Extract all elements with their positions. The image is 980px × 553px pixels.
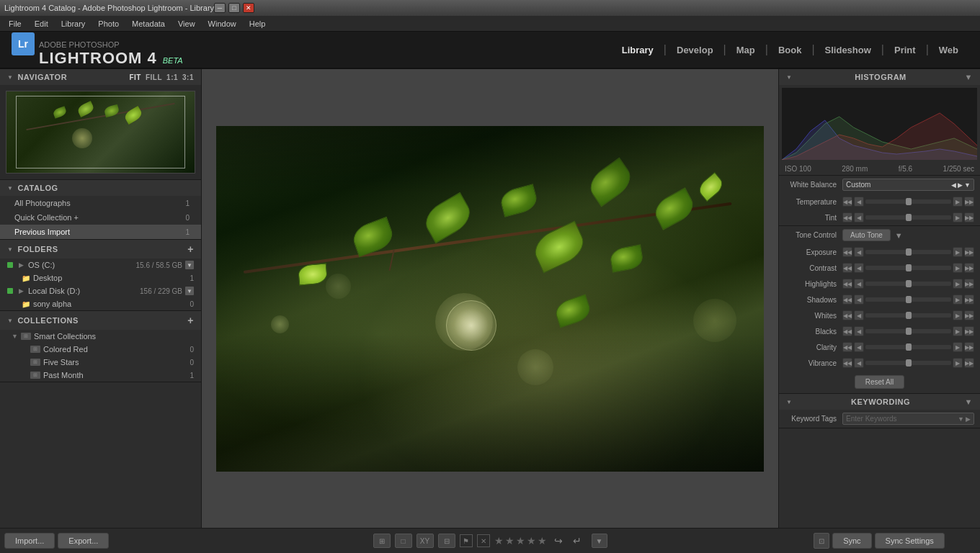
star-4[interactable]: ★ [527, 535, 536, 547]
star-3[interactable]: ★ [516, 535, 525, 547]
highlights-slider[interactable] [865, 282, 951, 286]
vibrance-inc[interactable]: ▶ [953, 358, 963, 368]
flag-btn[interactable]: ⚑ [460, 534, 473, 547]
collection-five-stars[interactable]: ⊞ Five Stars 0 [0, 356, 201, 369]
shadows-inc[interactable]: ▶ [953, 295, 963, 305]
compare-view-btn[interactable]: XY [416, 534, 434, 548]
import-button[interactable]: Import... [4, 533, 55, 549]
histogram-header[interactable]: ▼ Histogram ▼ [779, 69, 980, 85]
vibrance-dec[interactable]: ◀ [854, 358, 864, 368]
temp-increment[interactable]: ▶▶ [964, 197, 974, 207]
folder-sony-alpha[interactable]: 📁 sony alpha 0 [0, 297, 201, 310]
temp-decrement[interactable]: ◀◀ [842, 197, 852, 207]
highlights-increment[interactable]: ▶▶ [964, 279, 974, 289]
folder-c-dropdown[interactable]: ▼ [185, 261, 194, 269]
nav-3to1-btn[interactable]: 3:1 [182, 73, 194, 81]
menu-library[interactable]: Library [55, 18, 92, 30]
temp-dec[interactable]: ◀ [854, 197, 864, 207]
collection-past-month[interactable]: ⊞ Past Month 1 [0, 369, 201, 382]
folders-header[interactable]: ▼ Folders + [0, 240, 201, 258]
contrast-slider[interactable] [865, 266, 951, 270]
reject-btn[interactable]: ✕ [477, 534, 490, 547]
blacks-increment[interactable]: ▶▶ [964, 326, 974, 336]
catalog-quick-collection[interactable]: Quick Collection + 0 [0, 210, 201, 225]
sync-icon-btn[interactable]: ⊡ [814, 533, 829, 549]
loupe-view-btn[interactable]: □ [395, 534, 412, 548]
toolbar-more-btn[interactable]: ▼ [592, 534, 607, 548]
highlights-dec[interactable]: ◀ [854, 279, 864, 289]
maximize-button[interactable]: □ [228, 3, 240, 13]
tint-decrement[interactable]: ◀◀ [842, 212, 852, 222]
catalog-previous-import[interactable]: Previous Import 1 [0, 225, 201, 239]
blacks-decrement[interactable]: ◀◀ [842, 326, 852, 336]
nav-1to1-btn[interactable]: 1:1 [166, 73, 178, 81]
clarity-slider[interactable] [865, 345, 951, 349]
catalog-all-photos[interactable]: All Photographs 1 [0, 196, 201, 210]
folder-d-dropdown[interactable]: ▼ [185, 287, 194, 295]
tint-dec[interactable]: ◀ [854, 212, 864, 222]
collections-add-btn[interactable]: + [187, 315, 194, 326]
nav-fit-btn[interactable]: FIT [129, 73, 141, 81]
whites-slider[interactable] [865, 313, 951, 318]
shadows-increment[interactable]: ▶▶ [964, 295, 974, 305]
star-1[interactable]: ★ [494, 535, 504, 547]
tint-slider[interactable] [865, 215, 951, 220]
rotate-cw-btn[interactable]: ↪ [551, 535, 566, 547]
menu-edit[interactable]: Edit [29, 18, 54, 30]
star-5[interactable]: ★ [538, 535, 547, 547]
vibrance-decrement[interactable]: ◀◀ [842, 358, 852, 368]
reset-all-button[interactable]: Reset All [855, 375, 904, 389]
contrast-increment[interactable]: ▶▶ [964, 263, 974, 273]
shadows-slider[interactable] [865, 297, 951, 302]
exposure-increment[interactable]: ▶▶ [964, 247, 974, 257]
nav-develop[interactable]: Develop [667, 40, 723, 60]
shadows-decrement[interactable]: ◀◀ [842, 295, 852, 305]
folders-add-btn[interactable]: + [187, 243, 194, 255]
folder-desktop[interactable]: 📁 Desktop 1 [0, 271, 201, 284]
collection-colored-red[interactable]: ⊞ Colored Red 0 [0, 343, 201, 356]
blacks-slider[interactable] [865, 329, 951, 333]
go-back-btn[interactable]: ↵ [570, 535, 584, 547]
menu-photo[interactable]: Photo [92, 18, 125, 30]
auto-tone-button[interactable]: Auto Tone [842, 229, 891, 241]
clarity-decrement[interactable]: ◀◀ [842, 342, 852, 352]
smart-collections-group[interactable]: ▼ ⊞ Smart Collections [0, 330, 201, 343]
exposure-decrement[interactable]: ◀◀ [842, 247, 852, 257]
keyword-input[interactable]: Enter Keywords ▼▶ [842, 413, 974, 425]
exposure-dec[interactable]: ◀ [854, 247, 864, 257]
nav-slideshow[interactable]: Slideshow [815, 40, 881, 60]
clarity-dec[interactable]: ◀ [854, 342, 864, 352]
exposure-slider[interactable] [865, 250, 951, 254]
folder-local-d[interactable]: ▶ Local Disk (D:) 156 / 229 GB ▼ [0, 284, 201, 297]
nav-book[interactable]: Book [768, 40, 812, 60]
sync-button[interactable]: Sync [832, 533, 871, 549]
wb-select[interactable]: Custom ◀ ▶ ▼ [842, 179, 974, 191]
whites-dec[interactable]: ◀ [854, 310, 864, 320]
vibrance-increment[interactable]: ▶▶ [964, 358, 974, 368]
catalog-header[interactable]: ▼ Catalog [0, 180, 201, 196]
whites-increment[interactable]: ▶▶ [964, 310, 974, 320]
temp-inc[interactable]: ▶ [953, 197, 963, 207]
blacks-inc[interactable]: ▶ [953, 326, 963, 336]
temperature-slider[interactable] [865, 199, 951, 204]
whites-inc[interactable]: ▶ [953, 310, 963, 320]
nav-print[interactable]: Print [884, 40, 926, 60]
tint-inc[interactable]: ▶ [953, 212, 963, 222]
nav-map[interactable]: Map [726, 40, 765, 60]
vibrance-slider[interactable] [865, 361, 951, 365]
exposure-inc[interactable]: ▶ [953, 247, 963, 257]
menu-window[interactable]: Window [202, 18, 242, 30]
nav-library[interactable]: Library [612, 40, 664, 60]
clarity-inc[interactable]: ▶ [953, 342, 963, 352]
highlights-decrement[interactable]: ◀◀ [842, 279, 852, 289]
export-button[interactable]: Export... [58, 533, 109, 549]
keywording-header[interactable]: ▼ Keywording ▼ [779, 394, 980, 410]
survey-view-btn[interactable]: ⊟ [438, 534, 455, 548]
tint-increment[interactable]: ▶▶ [964, 212, 974, 222]
star-2[interactable]: ★ [505, 535, 514, 547]
menu-file[interactable]: File [3, 18, 27, 30]
folder-os-c[interactable]: ▶ OS (C:) 15.6 / 58.5 GB ▼ [0, 258, 201, 271]
highlights-inc[interactable]: ▶ [953, 279, 963, 289]
blacks-dec[interactable]: ◀ [854, 326, 864, 336]
menu-view[interactable]: View [172, 18, 201, 30]
